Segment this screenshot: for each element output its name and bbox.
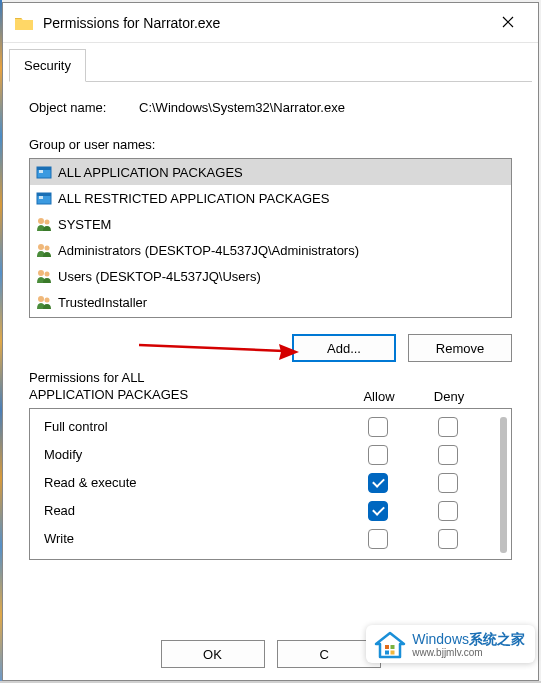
- house-logo-icon: [374, 631, 406, 659]
- svg-rect-1: [37, 167, 51, 170]
- permission-row: Write: [30, 525, 511, 553]
- watermark-brand: Windows系统之家: [412, 632, 525, 647]
- users-icon: [34, 214, 54, 234]
- permission-row: Full control: [30, 413, 511, 441]
- permissions-title: Permissions for ALL APPLICATION PACKAGES: [29, 370, 344, 404]
- permission-row: Modify: [30, 441, 511, 469]
- principal-name: ALL APPLICATION PACKAGES: [58, 165, 243, 180]
- package-icon: [34, 188, 54, 208]
- allow-checkbox[interactable]: [368, 445, 388, 465]
- close-button[interactable]: [486, 8, 530, 38]
- svg-rect-5: [39, 196, 43, 199]
- remove-button[interactable]: Remove: [408, 334, 512, 362]
- permission-name: Read: [44, 503, 343, 518]
- list-item[interactable]: Administrators (DESKTOP-4L537JQ\Administ…: [30, 237, 511, 263]
- window-title: Permissions for Narrator.exe: [43, 15, 486, 31]
- permissions-section: Permissions for ALL APPLICATION PACKAGES…: [29, 370, 512, 560]
- deny-checkbox[interactable]: [438, 417, 458, 437]
- svg-point-6: [38, 218, 44, 224]
- list-item[interactable]: TrustedInstaller: [30, 289, 511, 315]
- list-item[interactable]: ALL APPLICATION PACKAGES: [30, 159, 511, 185]
- list-item[interactable]: ALL RESTRICTED APPLICATION PACKAGES: [30, 185, 511, 211]
- svg-rect-17: [391, 645, 395, 649]
- users-icon: [34, 240, 54, 260]
- principal-name: Administrators (DESKTOP-4L537JQ\Administ…: [58, 243, 359, 258]
- users-icon: [34, 292, 54, 312]
- svg-line-14: [139, 345, 284, 351]
- svg-point-7: [45, 220, 50, 225]
- add-button[interactable]: Add...: [292, 334, 396, 362]
- close-icon: [502, 15, 514, 31]
- permissions-title-line2: APPLICATION PACKAGES: [29, 387, 188, 402]
- principal-name: ALL RESTRICTED APPLICATION PACKAGES: [58, 191, 329, 206]
- svg-rect-19: [391, 651, 395, 655]
- object-name-value: C:\Windows\System32\Narrator.exe: [139, 100, 512, 115]
- allow-checkbox[interactable]: [368, 529, 388, 549]
- watermark-badge: Windows系统之家 www.bjjmlv.com: [366, 625, 535, 663]
- permissions-title-line1: Permissions for ALL: [29, 370, 145, 385]
- deny-checkbox[interactable]: [438, 529, 458, 549]
- tab-strip: Security: [9, 49, 532, 82]
- list-item[interactable]: Users (DESKTOP-4L537JQ\Users): [30, 263, 511, 289]
- allow-checkbox[interactable]: [368, 417, 388, 437]
- permission-name: Write: [44, 531, 343, 546]
- permissions-header: Permissions for ALL APPLICATION PACKAGES…: [29, 370, 512, 406]
- svg-rect-2: [39, 170, 43, 173]
- permissions-dialog: Permissions for Narrator.exe Security Ob…: [2, 2, 539, 681]
- deny-column-header: Deny: [414, 389, 484, 406]
- titlebar: Permissions for Narrator.exe: [3, 3, 538, 43]
- svg-point-11: [45, 272, 50, 277]
- permission-row: Read & execute: [30, 469, 511, 497]
- watermark-text: Windows系统之家 www.bjjmlv.com: [412, 632, 525, 658]
- permissions-list-container: Full controlModifyRead & executeReadWrit…: [29, 408, 512, 560]
- svg-point-9: [45, 246, 50, 251]
- svg-rect-16: [385, 645, 389, 649]
- watermark-url: www.bjjmlv.com: [412, 647, 525, 658]
- svg-rect-4: [37, 193, 51, 196]
- permission-row: Read: [30, 497, 511, 525]
- principal-name: Users (DESKTOP-4L537JQ\Users): [58, 269, 261, 284]
- object-name-label: Object name:: [29, 100, 139, 115]
- principals-list[interactable]: ALL APPLICATION PACKAGESALL RESTRICTED A…: [29, 158, 512, 318]
- object-name-row: Object name: C:\Windows\System32\Narrato…: [29, 100, 512, 115]
- permissions-list: Full controlModifyRead & executeReadWrit…: [30, 409, 511, 557]
- svg-point-8: [38, 244, 44, 250]
- allow-column-header: Allow: [344, 389, 414, 406]
- principal-name: SYSTEM: [58, 217, 111, 232]
- permission-name: Modify: [44, 447, 343, 462]
- package-icon: [34, 162, 54, 182]
- add-remove-row: Add... Remove: [29, 334, 512, 362]
- principal-name: TrustedInstaller: [58, 295, 147, 310]
- list-item[interactable]: SYSTEM: [30, 211, 511, 237]
- group-user-names-label: Group or user names:: [29, 137, 512, 152]
- scrollbar[interactable]: [500, 417, 507, 553]
- allow-checkbox[interactable]: [368, 473, 388, 493]
- users-icon: [34, 266, 54, 286]
- dialog-content: Security Object name: C:\Windows\System3…: [3, 43, 538, 570]
- deny-checkbox[interactable]: [438, 501, 458, 521]
- tab-body: Object name: C:\Windows\System32\Narrato…: [9, 82, 532, 570]
- svg-rect-18: [385, 651, 389, 655]
- deny-checkbox[interactable]: [438, 473, 458, 493]
- permission-name: Read & execute: [44, 475, 343, 490]
- ok-button[interactable]: OK: [161, 640, 265, 668]
- folder-icon: [15, 16, 33, 30]
- tab-security[interactable]: Security: [9, 49, 86, 82]
- permission-name: Full control: [44, 419, 343, 434]
- svg-point-13: [45, 298, 50, 303]
- svg-point-12: [38, 296, 44, 302]
- cancel-button[interactable]: C: [277, 640, 381, 668]
- svg-point-10: [38, 270, 44, 276]
- allow-checkbox[interactable]: [368, 501, 388, 521]
- annotation-arrow-icon: [139, 340, 299, 360]
- deny-checkbox[interactable]: [438, 445, 458, 465]
